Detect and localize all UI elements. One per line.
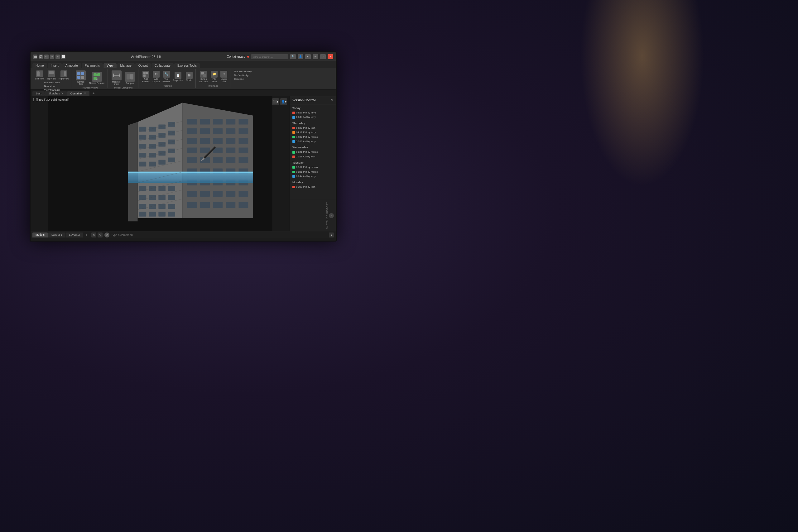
svg-rect-12 [81,72,84,75]
tab-models[interactable]: Models [33,232,48,238]
add-palettes-button[interactable]: + AddPalletes [141,70,151,84]
tab-layout1[interactable]: Layout 1 [48,232,65,238]
version-item[interactable]: 06:27 PM by josh [290,126,336,130]
version-item[interactable]: 12:57 PM by marco [290,135,336,139]
version-item[interactable]: 06:02 PM by marco [290,165,336,170]
add-tab-button[interactable]: + [90,90,97,96]
tab-annotate[interactable]: Annotate [62,63,81,68]
cursor-icon[interactable]: ⌖ [56,55,60,59]
new-view-item[interactable]: New view [43,84,61,88]
background-lamp [580,0,704,187]
tab-output[interactable]: Output [135,63,151,68]
svg-rect-98 [158,160,166,165]
redo-icon[interactable]: ↪ [50,55,54,59]
tab-container-label: Container [71,92,82,95]
left-view-button[interactable]: Left View [34,70,45,81]
command-settings-button[interactable]: ⚙ [104,232,109,238]
viewport-view-button[interactable]: ⬛▾ [272,98,279,105]
file-table-label: FileTable [212,78,217,83]
audio-icon[interactable]: ♪ [329,213,334,218]
named-join-button[interactable]: NamedJoin [75,70,87,86]
svg-rect-75 [187,202,197,208]
search-input[interactable] [251,54,288,59]
tab-container[interactable]: Container ✕ [67,91,90,96]
right-view-button[interactable]: Right View [58,70,70,81]
cascade-button[interactable]: Cascade [233,77,245,81]
svg-rect-106 [158,186,166,191]
measurement-label: Measure-ment [112,81,121,85]
refresh-button[interactable]: ↻ [330,98,333,102]
version-item[interactable]: 09:44 AM by terry [290,115,336,119]
user-button[interactable]: 👤 [298,54,303,59]
svg-rect-108 [139,195,147,200]
add-palettes-icon: + [142,71,149,78]
version-time: 01:00 PM by josh [296,186,316,189]
save-icon[interactable] [39,55,43,59]
version-item[interactable]: 09:44 AM by terry [290,174,336,178]
svg-rect-70 [187,191,197,197]
ribbon-content: Left View Top View Right View [31,68,336,89]
named-restore-button[interactable]: ↺ Named Restore [88,71,106,85]
tab-sketches-close[interactable]: ✕ [61,92,63,95]
tile-vertical-button[interactable]: Tile Vertically [233,74,249,77]
version-item[interactable]: 01:00 PM by josh [290,185,336,189]
compare-button[interactable]: Compare [124,71,136,85]
switch-windows-button[interactable]: SwitchWindows [198,70,209,84]
command-input[interactable] [111,233,218,236]
statusbar-expand-button[interactable]: ▲ [329,232,334,238]
svg-rect-4 [40,56,42,56]
viewport-user-button[interactable]: 👤▾ [280,98,287,105]
statusbar-left-controls: ✕ ✎ [91,232,102,238]
tab-insert[interactable]: Insert [48,63,62,68]
undo-icon[interactable]: ↩ [44,55,49,59]
tab-express-tools[interactable]: Express Tools [174,63,200,68]
viewport-3d[interactable]: [ - ][ Top ][ 3D Solid Material ] ⬛▾ 👤▾ [31,96,290,231]
add-layout-button[interactable]: + [83,232,89,238]
maximize-button[interactable]: □ [320,54,326,59]
version-item[interactable]: 03:51 PM by marco [290,170,336,174]
tab-collaborate[interactable]: Collaborate [152,63,174,68]
svg-rect-117 [149,212,156,216]
tab-home[interactable]: Home [33,63,47,68]
svg-rect-19 [113,75,120,76]
tile-horizontal-button[interactable]: Tile Horizontally [233,70,252,73]
add-display-label: AddDisplay [152,78,159,83]
layout-tab-button[interactable]: ⊟ LayoutTab [220,70,228,84]
tab-start[interactable]: Start [33,91,44,96]
file-table-button[interactable]: 📁 FileTable [210,70,218,84]
ribbon-group-tile: Tile Horizontally Tile Vertically Cascad… [231,69,254,88]
measurement-button[interactable]: Measure-ment [110,70,123,86]
tab-parametric[interactable]: Parametric [82,63,103,68]
properties-button[interactable]: 📋 Properties [172,71,184,82]
blocks-button[interactable]: ⊞ Blocks [185,71,194,82]
svg-rect-112 [139,204,147,209]
unsaved-view-item[interactable]: Unsaved view [43,81,61,84]
tab-layout2[interactable]: Layout 2 [66,232,83,238]
ribbon-group-viewport-tools: Left View Top View Right View [33,69,72,88]
screen-icon[interactable]: ⬜ [61,55,65,59]
top-view-button[interactable]: Top View [46,70,57,81]
svg-rect-50 [187,148,197,154]
close-button[interactable]: ✕ [328,54,333,59]
named-join-icon [76,71,86,80]
version-item[interactable]: 11:18 AM by josh [290,155,336,159]
svg-rect-25 [144,72,146,74]
folder-icon[interactable] [33,55,37,59]
tool-palettes-button[interactable]: 🔧 ToolPalletes [162,70,171,84]
version-item[interactable]: 04:11 PM by terry [290,130,336,135]
settings-button[interactable]: ⚙ [305,54,311,59]
version-item[interactable]: 03:15 PM by terry [290,111,336,115]
minimize-button[interactable]: ─ [313,54,318,59]
version-item[interactable]: 10:03 AM by terry [290,139,336,144]
close-command-button[interactable]: ✕ [91,232,96,238]
add-display-button[interactable]: ⊟ AddDisplay [152,70,160,84]
search-button[interactable]: 🔍 [290,54,296,59]
tab-container-close[interactable]: ✕ [84,92,86,95]
tab-sketches[interactable]: Sketches ✕ [45,91,67,96]
version-thursday-label: Thursday [290,121,336,126]
version-item[interactable]: 03:41 PM by marco [290,150,336,154]
tab-manage[interactable]: Manage [117,63,135,68]
tab-view[interactable]: View [103,63,117,68]
right-view-icon [60,71,67,77]
pen-command-button[interactable]: ✎ [98,232,102,238]
